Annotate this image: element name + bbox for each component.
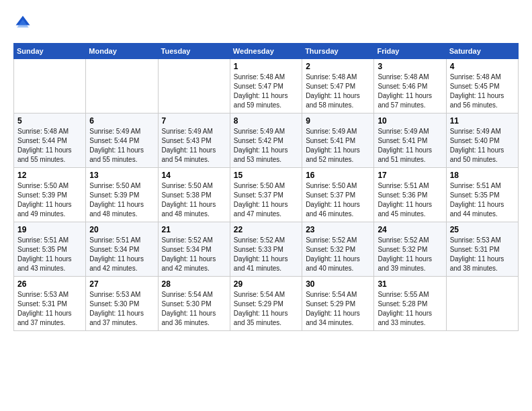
day-info: Sunrise: 5:49 AM Sunset: 5:43 PM Dayligh… (162, 127, 226, 165)
day-of-week-header: Thursday (302, 44, 374, 59)
calendar-cell: 15Sunrise: 5:50 AM Sunset: 5:37 PM Dayli… (230, 168, 302, 222)
calendar-cell: 14Sunrise: 5:50 AM Sunset: 5:38 PM Dayli… (158, 168, 230, 222)
day-info: Sunrise: 5:54 AM Sunset: 5:30 PM Dayligh… (162, 290, 226, 328)
day-number: 20 (89, 225, 154, 234)
calendar-cell: 16Sunrise: 5:50 AM Sunset: 5:37 PM Dayli… (302, 168, 374, 222)
calendar-cell (14, 59, 86, 113)
calendar-cell: 9Sunrise: 5:49 AM Sunset: 5:41 PM Daylig… (302, 113, 374, 168)
calendar-cell: 22Sunrise: 5:52 AM Sunset: 5:33 PM Dayli… (230, 222, 302, 277)
calendar-cell: 17Sunrise: 5:51 AM Sunset: 5:36 PM Dayli… (374, 168, 446, 222)
calendar-cell (86, 59, 158, 113)
day-info: Sunrise: 5:52 AM Sunset: 5:32 PM Dayligh… (306, 236, 370, 273)
calendar-cell (158, 59, 230, 113)
day-info: Sunrise: 5:53 AM Sunset: 5:30 PM Dayligh… (89, 290, 154, 328)
calendar-cell: 7Sunrise: 5:49 AM Sunset: 5:43 PM Daylig… (158, 113, 230, 168)
calendar-cell: 30Sunrise: 5:54 AM Sunset: 5:29 PM Dayli… (302, 277, 374, 331)
day-info: Sunrise: 5:48 AM Sunset: 5:44 PM Dayligh… (17, 127, 82, 165)
calendar-cell: 5Sunrise: 5:48 AM Sunset: 5:44 PM Daylig… (14, 113, 86, 168)
calendar-header-row: SundayMondayTuesdayWednesdayThursdayFrid… (14, 44, 519, 59)
day-number: 25 (450, 225, 515, 234)
day-info: Sunrise: 5:49 AM Sunset: 5:40 PM Dayligh… (450, 127, 515, 165)
page-header (13, 13, 519, 32)
day-number: 13 (89, 171, 154, 180)
day-number: 31 (378, 279, 442, 289)
calendar-cell: 31Sunrise: 5:55 AM Sunset: 5:28 PM Dayli… (374, 277, 446, 331)
calendar-cell: 29Sunrise: 5:54 AM Sunset: 5:29 PM Dayli… (230, 277, 302, 331)
day-info: Sunrise: 5:49 AM Sunset: 5:44 PM Dayligh… (89, 127, 154, 165)
day-number: 6 (89, 116, 154, 126)
calendar-cell: 26Sunrise: 5:53 AM Sunset: 5:31 PM Dayli… (14, 277, 86, 331)
day-number: 10 (378, 116, 442, 126)
day-number: 16 (306, 171, 370, 180)
day-info: Sunrise: 5:53 AM Sunset: 5:31 PM Dayligh… (17, 290, 82, 328)
calendar-cell: 24Sunrise: 5:52 AM Sunset: 5:32 PM Dayli… (374, 222, 446, 277)
day-number: 29 (234, 279, 298, 289)
day-info: Sunrise: 5:51 AM Sunset: 5:36 PM Dayligh… (378, 181, 442, 219)
day-number: 2 (306, 62, 370, 71)
day-info: Sunrise: 5:49 AM Sunset: 5:41 PM Dayligh… (306, 127, 370, 165)
day-info: Sunrise: 5:48 AM Sunset: 5:47 PM Dayligh… (234, 73, 298, 110)
day-number: 23 (306, 225, 370, 234)
day-of-week-header: Friday (374, 44, 446, 59)
day-number: 11 (450, 116, 515, 126)
day-number: 7 (162, 116, 226, 126)
day-info: Sunrise: 5:51 AM Sunset: 5:35 PM Dayligh… (450, 181, 515, 219)
day-of-week-header: Saturday (446, 44, 518, 59)
calendar-cell: 3Sunrise: 5:48 AM Sunset: 5:46 PM Daylig… (374, 59, 446, 113)
day-info: Sunrise: 5:52 AM Sunset: 5:34 PM Dayligh… (162, 236, 226, 273)
calendar-cell: 28Sunrise: 5:54 AM Sunset: 5:30 PM Dayli… (158, 277, 230, 331)
calendar-cell: 4Sunrise: 5:48 AM Sunset: 5:45 PM Daylig… (446, 59, 518, 113)
day-number: 22 (234, 225, 298, 234)
day-of-week-header: Sunday (14, 44, 86, 59)
day-number: 1 (234, 62, 298, 71)
calendar-week-row: 19Sunrise: 5:51 AM Sunset: 5:35 PM Dayli… (14, 222, 519, 277)
day-info: Sunrise: 5:48 AM Sunset: 5:46 PM Dayligh… (378, 73, 442, 110)
day-number: 15 (234, 171, 298, 180)
calendar-cell: 19Sunrise: 5:51 AM Sunset: 5:35 PM Dayli… (14, 222, 86, 277)
day-info: Sunrise: 5:48 AM Sunset: 5:45 PM Dayligh… (450, 73, 515, 110)
day-number: 18 (450, 171, 515, 180)
day-of-week-header: Tuesday (158, 44, 230, 59)
calendar-week-row: 26Sunrise: 5:53 AM Sunset: 5:31 PM Dayli… (14, 277, 519, 331)
day-number: 19 (17, 225, 82, 234)
day-number: 5 (17, 116, 82, 126)
day-info: Sunrise: 5:50 AM Sunset: 5:39 PM Dayligh… (89, 181, 154, 219)
calendar-cell: 1Sunrise: 5:48 AM Sunset: 5:47 PM Daylig… (230, 59, 302, 113)
calendar-table: SundayMondayTuesdayWednesdayThursdayFrid… (13, 43, 519, 331)
day-info: Sunrise: 5:52 AM Sunset: 5:33 PM Dayligh… (234, 236, 298, 273)
calendar-cell: 21Sunrise: 5:52 AM Sunset: 5:34 PM Dayli… (158, 222, 230, 277)
day-number: 26 (17, 279, 82, 289)
logo (13, 13, 35, 32)
calendar-cell: 6Sunrise: 5:49 AM Sunset: 5:44 PM Daylig… (86, 113, 158, 168)
day-info: Sunrise: 5:49 AM Sunset: 5:41 PM Dayligh… (378, 127, 442, 165)
day-info: Sunrise: 5:52 AM Sunset: 5:32 PM Dayligh… (378, 236, 442, 273)
logo-icon (13, 13, 32, 32)
day-number: 14 (162, 171, 226, 180)
day-info: Sunrise: 5:50 AM Sunset: 5:37 PM Dayligh… (234, 181, 298, 219)
calendar-week-row: 1Sunrise: 5:48 AM Sunset: 5:47 PM Daylig… (14, 59, 519, 113)
calendar-cell: 25Sunrise: 5:53 AM Sunset: 5:31 PM Dayli… (446, 222, 518, 277)
day-number: 21 (162, 225, 226, 234)
day-number: 12 (17, 171, 82, 180)
calendar-cell: 18Sunrise: 5:51 AM Sunset: 5:35 PM Dayli… (446, 168, 518, 222)
day-number: 17 (378, 171, 442, 180)
day-number: 8 (234, 116, 298, 126)
day-of-week-header: Wednesday (230, 44, 302, 59)
calendar-cell: 10Sunrise: 5:49 AM Sunset: 5:41 PM Dayli… (374, 113, 446, 168)
calendar-week-row: 5Sunrise: 5:48 AM Sunset: 5:44 PM Daylig… (14, 113, 519, 168)
day-info: Sunrise: 5:49 AM Sunset: 5:42 PM Dayligh… (234, 127, 298, 165)
day-number: 4 (450, 62, 515, 71)
day-info: Sunrise: 5:54 AM Sunset: 5:29 PM Dayligh… (234, 290, 298, 328)
day-info: Sunrise: 5:54 AM Sunset: 5:29 PM Dayligh… (306, 290, 370, 328)
calendar-cell: 23Sunrise: 5:52 AM Sunset: 5:32 PM Dayli… (302, 222, 374, 277)
day-number: 9 (306, 116, 370, 126)
calendar-cell: 12Sunrise: 5:50 AM Sunset: 5:39 PM Dayli… (14, 168, 86, 222)
day-number: 3 (378, 62, 442, 71)
day-number: 24 (378, 225, 442, 234)
day-number: 27 (89, 279, 154, 289)
day-number: 30 (306, 279, 370, 289)
calendar-cell: 20Sunrise: 5:51 AM Sunset: 5:34 PM Dayli… (86, 222, 158, 277)
calendar-week-row: 12Sunrise: 5:50 AM Sunset: 5:39 PM Dayli… (14, 168, 519, 222)
calendar-cell: 2Sunrise: 5:48 AM Sunset: 5:47 PM Daylig… (302, 59, 374, 113)
day-info: Sunrise: 5:55 AM Sunset: 5:28 PM Dayligh… (378, 290, 442, 328)
